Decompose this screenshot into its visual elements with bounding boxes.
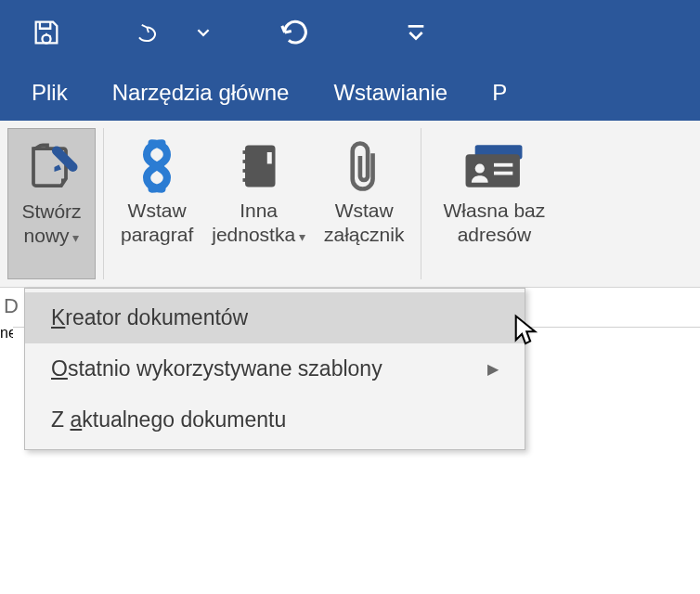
create-new-label-1: Stwórz xyxy=(21,200,81,224)
undo-icon[interactable] xyxy=(130,14,167,51)
insert-paragraph-label-2: paragraf xyxy=(121,223,193,247)
insert-paragraph-label-1: Wstaw xyxy=(128,199,187,223)
menu-item-recent-templates[interactable]: Ostatnio wykorzystywane szablony ▶ xyxy=(25,343,525,394)
other-unit-label-2: jednostka xyxy=(212,223,305,247)
section-icon xyxy=(135,134,179,199)
other-unit-button[interactable]: Inna jednostka xyxy=(202,128,315,279)
menu-item-label: Z aktualnego dokumentu xyxy=(51,407,286,433)
insert-attachment-label-2: załącznik xyxy=(324,223,404,247)
insert-paragraph-button[interactable]: Wstaw paragraf xyxy=(111,128,202,279)
svg-rect-3 xyxy=(266,152,271,164)
own-address-db-button[interactable]: Własna baz adresów xyxy=(429,128,559,279)
notebook-icon xyxy=(236,134,282,199)
menu-item-document-creator[interactable]: Kreator dokumentów xyxy=(25,292,525,343)
ribbon-group-create: Stwórz nowy xyxy=(0,128,104,279)
ribbon-group-address: Własna baz adresów xyxy=(421,128,566,279)
svg-point-10 xyxy=(475,163,485,173)
undo-dropdown-icon[interactable] xyxy=(195,14,212,51)
tab-home[interactable]: Narzędzia główne xyxy=(112,80,290,106)
create-new-dropdown: Kreator dokumentów Ostatnio wykorzystywa… xyxy=(24,288,525,450)
menu-item-from-current-document[interactable]: Z aktualnego dokumentu xyxy=(25,394,525,446)
menu-item-label: Ostatnio wykorzystywane szablony xyxy=(51,356,382,381)
ribbon-group-edit: Wstaw paragraf Inna jednostka xyxy=(104,128,421,279)
ribbon-tabs: Plik Narzędzia główne Wstawianie P xyxy=(0,65,700,121)
tab-file[interactable]: Plik xyxy=(32,80,68,106)
quick-access-toolbar xyxy=(0,0,700,65)
customize-qat-icon[interactable] xyxy=(397,14,434,51)
create-new-label-2: nowy xyxy=(24,224,80,248)
create-new-icon xyxy=(24,135,80,200)
group-label-left-partial: D xyxy=(4,294,19,318)
create-new-button[interactable]: Stwórz nowy xyxy=(7,128,96,279)
tab-next-partial[interactable]: P xyxy=(492,80,507,106)
own-address-db-label-2: adresów xyxy=(458,223,531,247)
redo-icon[interactable] xyxy=(277,14,314,51)
other-unit-label-1: Inna xyxy=(240,199,278,223)
paperclip-icon xyxy=(344,134,384,199)
insert-attachment-button[interactable]: Wstaw załącznik xyxy=(315,128,413,279)
submenu-arrow-icon: ▶ xyxy=(487,360,499,378)
menu-item-label: Kreator dokumentów xyxy=(51,305,248,330)
address-card-icon xyxy=(463,134,525,199)
tab-insert[interactable]: Wstawianie xyxy=(333,80,447,106)
own-address-db-label-1: Własna baz xyxy=(444,199,546,223)
insert-attachment-label-1: Wstaw xyxy=(335,199,394,223)
save-refresh-icon[interactable] xyxy=(28,14,65,51)
ribbon: Stwórz nowy Wstaw paragraf xyxy=(0,121,700,288)
